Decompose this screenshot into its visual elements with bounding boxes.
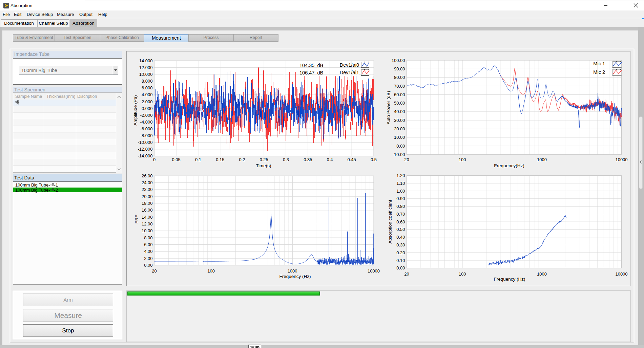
svg-text:10000: 10000 xyxy=(368,268,380,274)
svg-text:1000: 1000 xyxy=(537,271,547,277)
svg-text:1.20: 1.20 xyxy=(396,173,405,178)
svg-text:100: 100 xyxy=(207,268,215,274)
svg-text:0.15: 0.15 xyxy=(216,157,224,162)
svg-text:16.00: 16.00 xyxy=(142,208,153,213)
svg-text:20: 20 xyxy=(404,157,409,162)
svg-text:0.2: 0.2 xyxy=(239,157,245,162)
svg-text:0.4: 0.4 xyxy=(327,157,333,162)
svg-text:0.80: 0.80 xyxy=(396,204,405,209)
svg-text:0.00: 0.00 xyxy=(144,263,152,268)
svg-text:4.00: 4.00 xyxy=(144,249,152,254)
svg-text:100: 100 xyxy=(459,271,466,277)
svg-text:1.10: 1.10 xyxy=(396,181,405,186)
svg-text:-4.000: -4.000 xyxy=(140,119,153,125)
svg-text:Dev1/ai1: Dev1/ai1 xyxy=(340,70,359,75)
svg-text:0.3: 0.3 xyxy=(283,157,289,162)
svg-text:0.70: 0.70 xyxy=(396,212,405,217)
svg-text:0.30: 0.30 xyxy=(396,242,405,247)
svg-text:-6.000: -6.000 xyxy=(140,126,153,131)
svg-text:8.00: 8.00 xyxy=(144,235,152,240)
svg-text:Frequency(Hz): Frequency(Hz) xyxy=(494,163,524,168)
svg-text:30.00: 30.00 xyxy=(394,118,405,123)
svg-text:0.35: 0.35 xyxy=(304,157,312,162)
svg-text:-8.000: -8.000 xyxy=(140,133,153,138)
svg-text:14.00: 14.00 xyxy=(142,215,153,220)
svg-text:1000: 1000 xyxy=(288,268,297,274)
svg-text:0.90: 0.90 xyxy=(396,196,405,201)
svg-text:0.40: 0.40 xyxy=(396,235,405,240)
svg-text:0.00: 0.00 xyxy=(396,144,405,149)
svg-text:100: 100 xyxy=(459,157,466,162)
svg-text:4.000: 4.000 xyxy=(142,92,153,97)
svg-text:Frequency (Hz): Frequency (Hz) xyxy=(279,274,311,279)
svg-text:26.00: 26.00 xyxy=(142,173,153,178)
svg-text:100.00: 100.00 xyxy=(392,58,405,63)
svg-text:-14.000: -14.000 xyxy=(138,153,152,158)
svg-text:1000: 1000 xyxy=(537,157,547,162)
svg-text:-2.000: -2.000 xyxy=(140,113,153,118)
svg-text:0.45: 0.45 xyxy=(348,157,356,162)
svg-text:106.47 dB: 106.47 dB xyxy=(299,70,323,75)
svg-text:104.35 dB: 104.35 dB xyxy=(299,63,323,68)
svg-text:6.00: 6.00 xyxy=(144,242,152,247)
svg-text:0.1: 0.1 xyxy=(195,157,201,162)
svg-text:Dev1/ai0: Dev1/ai0 xyxy=(340,62,359,68)
svg-text:8.000: 8.000 xyxy=(142,79,153,84)
svg-text:20.00: 20.00 xyxy=(142,194,153,199)
svg-text:80.00: 80.00 xyxy=(394,75,405,80)
svg-text:Absorption coefficient: Absorption coefficient xyxy=(388,200,393,243)
svg-text:24.00: 24.00 xyxy=(142,180,153,185)
svg-text:10000: 10000 xyxy=(615,157,627,162)
svg-text:6.000: 6.000 xyxy=(142,85,153,90)
svg-text:Mic 1: Mic 1 xyxy=(593,61,605,66)
svg-text:20: 20 xyxy=(404,271,409,277)
svg-text:20: 20 xyxy=(152,268,157,274)
svg-text:1.00: 1.00 xyxy=(396,189,405,194)
svg-text:Mic 2: Mic 2 xyxy=(593,69,605,75)
svg-text:20.00: 20.00 xyxy=(394,126,405,131)
svg-text:0.05: 0.05 xyxy=(172,157,181,162)
svg-text:0.00: 0.00 xyxy=(396,265,405,270)
svg-text:18.00: 18.00 xyxy=(142,201,153,206)
svg-text:-12.000: -12.000 xyxy=(138,147,152,152)
svg-text:22.00: 22.00 xyxy=(142,187,153,192)
svg-text:14.000: 14.000 xyxy=(139,58,153,63)
svg-text:Frequency (Hz): Frequency (Hz) xyxy=(494,277,525,282)
svg-text:0.50: 0.50 xyxy=(396,227,405,232)
svg-text:0.60: 0.60 xyxy=(396,219,405,224)
svg-text:-10.000: -10.000 xyxy=(138,140,152,145)
svg-text:-10.00: -10.00 xyxy=(393,152,405,157)
svg-text:2.000: 2.000 xyxy=(142,99,153,104)
svg-text:FRF: FRF xyxy=(134,215,139,223)
svg-text:10000: 10000 xyxy=(615,271,627,277)
svg-text:50.00: 50.00 xyxy=(394,101,405,106)
svg-text:10.00: 10.00 xyxy=(142,228,153,233)
svg-text:0.20: 0.20 xyxy=(396,250,405,255)
svg-text:10.000: 10.000 xyxy=(139,72,153,77)
svg-text:Time(s): Time(s) xyxy=(256,163,271,168)
svg-text:12.000: 12.000 xyxy=(139,65,153,70)
svg-text:0.25: 0.25 xyxy=(260,157,268,162)
svg-text:0.5: 0.5 xyxy=(371,157,377,162)
svg-text:0.10: 0.10 xyxy=(396,258,405,263)
svg-text:Auto Power (dB): Auto Power (dB) xyxy=(386,91,391,124)
svg-text:10.00: 10.00 xyxy=(394,135,405,140)
svg-text:Amplitude (Pa): Amplitude (Pa) xyxy=(133,95,138,125)
svg-text:60.00: 60.00 xyxy=(394,92,405,97)
svg-text:70.00: 70.00 xyxy=(394,84,405,89)
svg-text:0.000: 0.000 xyxy=(142,106,153,111)
svg-text:0: 0 xyxy=(153,157,155,162)
svg-text:90.00: 90.00 xyxy=(394,66,405,71)
svg-text:2.00: 2.00 xyxy=(144,256,152,261)
svg-text:12.00: 12.00 xyxy=(142,221,153,226)
svg-text:40.00: 40.00 xyxy=(394,109,405,114)
